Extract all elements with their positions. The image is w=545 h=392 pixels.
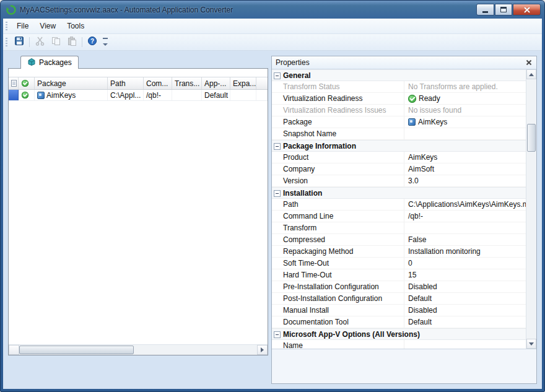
grid-column-header-trans[interactable]: Trans... — [172, 77, 202, 89]
scroll-up-button[interactable] — [526, 69, 536, 79]
status-column-icon — [22, 80, 28, 87]
property-value[interactable]: 15 — [404, 269, 526, 281]
toolbar-overflow-button[interactable] — [102, 35, 110, 50]
property-name[interactable]: Transform — [272, 222, 404, 233]
property-name[interactable]: Virtualization Readiness — [272, 93, 404, 104]
menu-view[interactable]: View — [34, 19, 61, 33]
copy-button[interactable] — [48, 35, 63, 50]
property-value[interactable] — [404, 128, 526, 139]
grid-column-header-filler — [256, 77, 268, 89]
package-cell-3[interactable]: C:\Appl... — [108, 90, 144, 100]
grid-column-header-com[interactable]: Com... — [144, 77, 172, 89]
maximize-button[interactable] — [495, 4, 512, 15]
collapse-icon[interactable] — [274, 143, 281, 150]
grid-column-header-path[interactable]: Path — [108, 77, 144, 89]
scroll-right-button[interactable] — [257, 345, 268, 355]
minimize-button[interactable] — [476, 4, 494, 15]
package-cell-4[interactable]: /qb!- — [144, 90, 172, 100]
property-value[interactable]: 0 — [404, 258, 526, 269]
property-value[interactable]: Default — [404, 293, 526, 304]
row-selection-indicator[interactable] — [9, 90, 19, 100]
property-name[interactable]: Hard Time-Out — [272, 269, 404, 281]
property-value[interactable]: Default — [404, 316, 526, 328]
property-name[interactable]: Repackaging Method — [272, 246, 404, 257]
scroll-left-button[interactable] — [9, 345, 19, 355]
property-value[interactable]: False — [404, 234, 526, 245]
property-value[interactable]: Ready — [404, 93, 526, 104]
package-cell-5[interactable] — [172, 90, 202, 100]
grid-column-header-icon0[interactable] — [9, 77, 19, 89]
property-value[interactable] — [404, 222, 526, 233]
property-group-general[interactable]: General — [272, 69, 526, 81]
property-name[interactable]: Path — [272, 199, 404, 210]
property-row: Command Line/qb!- — [272, 211, 526, 222]
property-value-text: Installation monitoring — [408, 247, 481, 256]
tab-packages[interactable]: Packages — [20, 56, 79, 69]
property-value[interactable]: Disabled — [404, 305, 526, 316]
property-value[interactable]: AimKeys — [404, 152, 526, 163]
grid-column-header-package[interactable]: Package — [35, 77, 108, 89]
property-value[interactable]: /qb!- — [404, 211, 526, 222]
property-group-package-information[interactable]: Package Information — [272, 140, 526, 152]
property-name[interactable]: Transform Status — [272, 81, 404, 92]
property-value[interactable] — [404, 340, 526, 349]
properties-close-button[interactable] — [525, 59, 533, 66]
menu-tools[interactable]: Tools — [61, 19, 90, 33]
titlebar[interactable]: MyAACSettings.convwiz.aacx - Automated A… — [1, 1, 544, 19]
close-button[interactable] — [513, 4, 541, 15]
save-button[interactable] — [12, 35, 27, 50]
menubar-grip-icon[interactable] — [6, 22, 7, 30]
paste-button[interactable] — [64, 35, 79, 50]
cut-button[interactable] — [32, 35, 47, 50]
property-value[interactable]: No Transforms are applied. — [404, 81, 526, 92]
package-cell-6[interactable]: Default — [202, 90, 230, 100]
property-name[interactable]: Manual Install — [272, 305, 404, 316]
help-button[interactable]: ? — [85, 35, 100, 50]
property-value[interactable]: Disabled — [404, 281, 526, 292]
vertical-scroll-thumb[interactable] — [527, 124, 536, 152]
property-name[interactable]: Soft Time-Out — [272, 258, 404, 269]
property-value[interactable]: C:\Applications\AimKeys\AimKeys.msi — [404, 199, 526, 210]
property-value[interactable]: AimKeys — [404, 116, 526, 128]
property-value[interactable]: AimSoft — [404, 163, 526, 175]
property-value-text: 15 — [408, 271, 416, 279]
package-row[interactable]: AimKeysC:\Appl.../qb!-Default — [9, 90, 268, 101]
property-name[interactable]: Virtualization Readiness Issues — [272, 105, 404, 116]
property-name[interactable]: Company — [272, 163, 404, 175]
grid-column-label: Path — [110, 79, 126, 88]
property-name[interactable]: Package — [272, 116, 404, 128]
property-name[interactable]: Post-Installation Configuration — [272, 293, 404, 304]
property-group-installation[interactable]: Installation — [272, 187, 526, 199]
property-name[interactable]: Command Line — [272, 211, 404, 222]
scroll-down-button[interactable] — [526, 339, 536, 349]
property-value[interactable]: 3.0 — [404, 175, 526, 186]
collapse-icon[interactable] — [274, 331, 281, 338]
collapse-icon[interactable] — [274, 190, 281, 197]
property-name[interactable]: Compressed — [272, 234, 404, 245]
property-value[interactable]: No issues found — [404, 105, 526, 116]
package-cell-7[interactable] — [230, 90, 256, 100]
grid-column-header-app[interactable]: App-... — [202, 77, 230, 89]
property-value-text: Disabled — [408, 282, 437, 291]
collapse-icon[interactable] — [274, 72, 281, 79]
menu-file[interactable]: File — [11, 19, 34, 33]
property-name[interactable]: Product — [272, 152, 404, 163]
horizontal-scroll-thumb[interactable] — [19, 346, 134, 354]
package-cell-2[interactable]: AimKeys — [35, 90, 108, 100]
properties-title: Properties — [276, 58, 310, 67]
property-value-text: Ready — [419, 94, 440, 103]
grid-column-header-expa[interactable]: Expa... — [230, 77, 256, 89]
property-group-microsoft-app-v-options-all-versions-[interactable]: Microsoft App-V Options (All Versions) — [272, 328, 526, 340]
vertical-scrollbar[interactable] — [526, 69, 536, 349]
property-name[interactable]: Pre-Installation Configuration — [272, 281, 404, 292]
property-name[interactable]: Version — [272, 175, 404, 186]
vertical-scroll-track[interactable] — [526, 79, 536, 339]
toolbar-grip-icon[interactable] — [6, 38, 7, 46]
property-name[interactable]: Name — [272, 340, 404, 349]
property-name[interactable]: Snapshot Name — [272, 128, 404, 139]
grid-column-header-icon1[interactable] — [19, 77, 35, 89]
property-name[interactable]: Documentation Tool — [272, 316, 404, 328]
package-cell-1[interactable] — [19, 90, 35, 100]
horizontal-scrollbar[interactable] — [9, 344, 268, 355]
property-value[interactable]: Installation monitoring — [404, 246, 526, 257]
